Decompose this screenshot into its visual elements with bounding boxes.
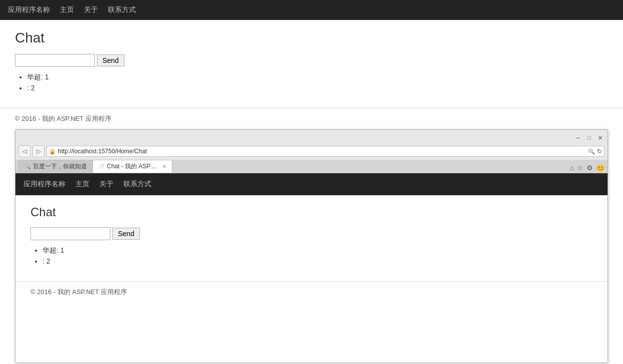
outer-navbar: 应用程序名称 主页 关于 联系方式 [0,0,623,20]
outer-nav-about[interactable]: 关于 [84,5,98,14]
outer-footer: © 2016 - 我的 ASP.NET 应用程序 [0,108,623,129]
chat-tab-label: Chat - 我的 ASP.NET 应用... [107,162,160,171]
inner-chat-input-row: Send [30,227,593,240]
browser-window: ─ □ ✕ ◁ ▷ 🔒 http://localhost:15750/Home/… [15,129,608,363]
star-icon[interactable]: ☆ [577,164,584,172]
browser-tabs-row: 🔍 百度一下，你就知道 📄 Chat - 我的 ASP.NET 应用... ✕ … [15,160,608,173]
inner-message-0: 华超: 1 [42,246,593,255]
back-button[interactable]: ◁ [18,145,30,157]
forward-button[interactable]: ▷ [32,145,44,157]
inner-main-content: Chat Send 华超: 1 : 2 [15,195,608,281]
browser-tab-icons: ⌂ ☆ ⚙ 😊 [570,164,605,173]
inner-footer: © 2016 - 我的 ASP.NET 应用程序 [15,281,608,303]
minimize-button[interactable]: ─ [575,134,582,141]
browser-page: 应用程序名称 主页 关于 联系方式 Chat Send 华超: 1 : 2 © … [15,173,608,363]
outer-footer-text: © 2016 - 我的 ASP.NET 应用程序 [15,115,111,122]
refresh-button[interactable]: ↻ [597,148,602,155]
inner-footer-text: © 2016 - 我的 ASP.NET 应用程序 [30,288,127,296]
browser-tab-chat[interactable]: 📄 Chat - 我的 ASP.NET 应用... ✕ [92,160,172,173]
inner-chat-messages: 华超: 1 : 2 [30,246,593,265]
outer-message-0: 华超: 1 [27,73,608,82]
browser-controls: ─ □ ✕ [575,134,604,141]
home-icon[interactable]: ⌂ [570,164,574,172]
browser-titlebar: ─ □ ✕ [15,130,608,144]
outer-page-title: Chat [15,30,608,46]
outer-nav-contact[interactable]: 联系方式 [108,5,136,14]
baidu-tab-favicon: 🔍 [24,163,31,170]
smiley-icon[interactable]: 😊 [596,164,605,172]
outer-chat-input[interactable] [15,54,95,67]
inner-nav-home[interactable]: 主页 [75,180,89,189]
outer-chat-input-row: Send [15,54,608,67]
inner-chat-input[interactable] [30,227,110,240]
chat-tab-favicon: 📄 [98,163,105,170]
close-button[interactable]: ✕ [597,134,604,141]
inner-navbar: 应用程序名称 主页 关于 联系方式 [15,173,608,195]
outer-main-content: Chat Send 华超: 1 : 2 [0,20,623,108]
outer-navbar-brand: 应用程序名称 [8,5,50,14]
outer-send-button[interactable]: Send [97,54,124,66]
outer-navbar-links: 主页 关于 联系方式 [60,5,136,14]
address-text: http://localhost:15750/Home/Chat [58,148,586,155]
inner-message-1: : 2 [42,257,593,265]
chat-tab-close[interactable]: ✕ [162,164,167,169]
inner-page-extra-space [15,303,608,363]
inner-navbar-brand: 应用程序名称 [23,180,65,189]
outer-message-1: : 2 [27,84,608,92]
maximize-button[interactable]: □ [586,134,593,141]
browser-tab-baidu[interactable]: 🔍 百度一下，你就知道 [18,160,92,173]
inner-send-button[interactable]: Send [112,228,140,240]
inner-navbar-links: 主页 关于 联系方式 [75,180,151,189]
inner-nav-about[interactable]: 关于 [99,180,113,189]
baidu-tab-label: 百度一下，你就知道 [33,162,87,171]
address-bar[interactable]: 🔒 http://localhost:15750/Home/Chat 🔍 ↻ [46,146,605,157]
browser-chrome: ─ □ ✕ ◁ ▷ 🔒 http://localhost:15750/Home/… [15,130,608,173]
inner-page-title: Chat [30,205,593,219]
search-icon: 🔍 [588,148,595,155]
outer-chat-messages: 华超: 1 : 2 [15,73,608,92]
address-lock-icon: 🔒 [49,148,56,155]
browser-toolbar: ◁ ▷ 🔒 http://localhost:15750/Home/Chat 🔍… [15,144,608,160]
gear-icon[interactable]: ⚙ [587,164,593,172]
inner-nav-contact[interactable]: 联系方式 [123,180,151,189]
outer-nav-home[interactable]: 主页 [60,5,74,14]
